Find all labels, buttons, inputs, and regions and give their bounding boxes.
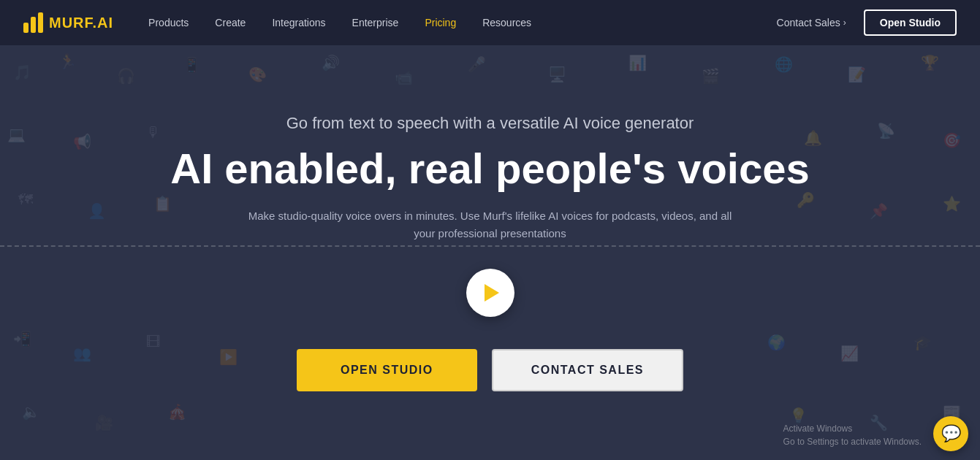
nav-pricing[interactable]: Pricing (425, 17, 456, 28)
nav-links: Products Create Integrations Enterprise … (148, 17, 777, 28)
bg-icon: 🎯 (943, 131, 961, 149)
windows-notice-line1: Activate Windows (783, 422, 922, 435)
play-icon (485, 284, 499, 302)
bg-icon: 👤 (88, 202, 106, 220)
bg-icon: 🎓 (913, 334, 932, 351)
bg-icon: 🎪 (168, 403, 186, 421)
bg-icon: 📱 (183, 56, 201, 74)
hero-subtitle: Go from text to speech with a versatile … (286, 114, 694, 133)
bg-icon: ▶️ (219, 348, 238, 366)
hero-section: 🎵 🏃 🎧 📱 🎨 🔊 📹 🎤 🖥️ 📊 🎬 🌐 📝 🏆 💻 📢 🎙 🔔 📡 🎯… (0, 45, 980, 460)
bg-icon: 🏃 (58, 53, 77, 70)
bg-icon: 🎧 (117, 67, 135, 85)
windows-notice-line2: Go to Settings to activate Windows. (783, 435, 922, 448)
bg-icon: 📋 (153, 195, 172, 212)
bg-icon: 🎨 (248, 66, 267, 83)
bg-icon: 📊 (628, 54, 647, 72)
bg-icon: 🗺 (18, 191, 33, 208)
bg-icon: 📹 (395, 69, 413, 86)
bg-icon: 📌 (870, 202, 888, 220)
play-button[interactable] (466, 269, 514, 317)
bg-icon: 🎞 (146, 334, 161, 350)
nav-products[interactable]: Products (148, 17, 189, 28)
bg-icon: 📡 (877, 122, 895, 139)
contact-sales-cta-button[interactable]: CONTACT SALES (492, 349, 683, 391)
bg-icon: 🎵 (13, 64, 31, 81)
open-studio-cta-button[interactable]: OPEN STUDIO (297, 349, 477, 391)
windows-notice: Activate Windows Go to Settings to activ… (783, 422, 922, 448)
bg-icon: 📲 (13, 330, 31, 348)
bg-icon: 🎙 (146, 124, 161, 141)
nav-right: Contact Sales › Open Studio (777, 9, 957, 36)
nav-enterprise[interactable]: Enterprise (352, 17, 399, 28)
bg-icon: 📈 (840, 345, 859, 362)
bg-icon: 💻 (7, 126, 26, 143)
bg-icon: 🌍 (767, 334, 786, 351)
chevron-icon: › (843, 18, 846, 28)
bg-icon: 🔈 (22, 403, 40, 421)
bg-icon: ⭐ (943, 195, 961, 212)
hero-title: AI enabled, real people's voices (170, 145, 809, 193)
bg-icon: 🔊 (322, 54, 340, 72)
bg-icon: 👥 (73, 345, 91, 362)
nav-resources[interactable]: Resources (482, 17, 531, 28)
logo-bar-2 (31, 17, 36, 33)
nav-integrations[interactable]: Integrations (272, 17, 325, 28)
bg-icon: 🌐 (775, 55, 793, 73)
nav-create[interactable]: Create (215, 17, 246, 28)
play-button-wrap (466, 269, 514, 317)
bg-icon: 🎥 (95, 414, 113, 432)
nav-open-studio-button[interactable]: Open Studio (864, 9, 957, 36)
logo-icon (23, 12, 43, 33)
chat-icon: 💬 (941, 424, 961, 443)
logo-bar-1 (23, 23, 29, 33)
bg-icon: 🖥️ (548, 66, 566, 83)
logo-text: MURF.AI (49, 15, 113, 31)
hero-description: Make studio-quality voice overs in minut… (241, 207, 738, 242)
logo-bar-3 (38, 12, 43, 33)
nav-contact-sales[interactable]: Contact Sales › (777, 17, 846, 28)
navbar: MURF.AI Products Create Integrations Ent… (0, 0, 980, 45)
bg-icon: 📝 (848, 66, 866, 83)
logo[interactable]: MURF.AI (23, 12, 113, 33)
hero-content: Go from text to speech with a versatile … (170, 114, 809, 269)
cta-buttons: OPEN STUDIO CONTACT SALES (297, 349, 683, 391)
bg-icon: 🎬 (702, 67, 720, 85)
bg-icon: 🏆 (921, 54, 939, 72)
chat-bubble-button[interactable]: 💬 (933, 416, 968, 451)
bg-icon: 📢 (73, 133, 91, 150)
bg-icon: 🎤 (468, 55, 486, 73)
